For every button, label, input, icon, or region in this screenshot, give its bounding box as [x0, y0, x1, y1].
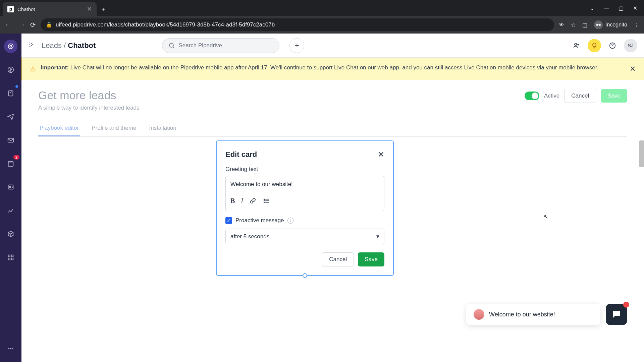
sidebar-more-icon[interactable] [4, 342, 17, 355]
svg-point-18 [264, 199, 265, 200]
chat-avatar-icon [474, 309, 484, 320]
bold-icon[interactable]: B [230, 197, 235, 206]
incognito-label: Incognito [605, 22, 627, 28]
nav-arrows: ← → [5, 20, 25, 29]
greeting-label: Greeting text [225, 166, 384, 173]
alert-text: Important: Live Chat will no longer be a… [41, 63, 598, 72]
svg-rect-8 [8, 255, 10, 257]
back-icon[interactable]: ← [5, 20, 12, 29]
card-connector-handle[interactable] [303, 273, 307, 278]
incognito-indicator[interactable]: 🕶 Incognito [594, 20, 627, 29]
extensions-icon[interactable]: ◫ [582, 22, 587, 28]
page-header: Get more leads A simple way to identify … [38, 89, 627, 111]
url-text: uifeed.pipedrive.com/leads/chatbot/playb… [56, 21, 275, 28]
scrollbar-thumb[interactable] [639, 140, 644, 167]
toggle-label: Active [544, 93, 559, 99]
sidebar-item-contacts[interactable] [4, 180, 17, 194]
active-toggle[interactable] [525, 92, 539, 100]
svg-point-7 [9, 186, 11, 187]
search-input[interactable]: Search Pipedrive [162, 38, 279, 53]
card-header: Edit card ✕ [225, 150, 384, 159]
proactive-checkbox[interactable]: ✓ [225, 217, 232, 224]
user-avatar[interactable]: SJ [624, 39, 637, 52]
address-bar[interactable]: 🔒 uifeed.pipedrive.com/leads/chatbot/pla… [41, 18, 554, 31]
star-icon[interactable]: ☆ [571, 22, 576, 28]
chat-launcher-button[interactable] [606, 304, 627, 325]
delay-value: after 5 seconds [230, 233, 269, 240]
close-tab-icon[interactable]: ✕ [87, 5, 92, 13]
editor-toolbar: B I [230, 197, 379, 206]
greeting-input[interactable]: Welcome to our website! [230, 181, 379, 191]
svg-rect-5 [8, 162, 13, 167]
svg-point-15 [170, 43, 174, 47]
svg-rect-11 [11, 258, 13, 260]
alert-body: Live Chat will no longer be available on… [69, 64, 598, 71]
card-title: Edit card [225, 150, 257, 159]
maximize-icon[interactable]: ▢ [619, 5, 624, 11]
help-icon[interactable] [606, 39, 619, 52]
eye-off-icon[interactable]: 👁 [559, 22, 564, 28]
edit-card-panel: Edit card ✕ Greeting text Welcome to our… [216, 140, 394, 276]
close-alert-icon[interactable]: ✕ [630, 63, 636, 74]
svg-point-14 [12, 348, 13, 349]
sidebar-item-leads[interactable] [4, 40, 17, 53]
tab-profile-theme[interactable]: Profile and theme [90, 121, 138, 136]
svg-rect-10 [8, 258, 10, 260]
forward-icon[interactable]: → [18, 20, 25, 29]
browser-tab[interactable]: p Chatbot ✕ [3, 2, 97, 16]
close-card-icon[interactable]: ✕ [378, 150, 384, 159]
cursor-icon: ↖ [544, 214, 548, 220]
tab-playbook-editor[interactable]: Playbook editor [38, 121, 80, 136]
sidebar-item-campaigns[interactable] [4, 110, 17, 123]
svg-point-19 [264, 200, 265, 201]
tabs-dropdown-icon[interactable]: ⌄ [590, 5, 594, 11]
main-area: Leads / Chatbot Search Pipedrive + SJ [21, 34, 644, 362]
chat-message-text: Welcome to our website! [489, 311, 555, 318]
sidebar-item-mail[interactable] [4, 133, 17, 147]
sidebar-item-marketplace[interactable] [4, 251, 17, 264]
quick-add-button[interactable]: + [289, 38, 304, 53]
save-button[interactable]: Save [601, 89, 627, 103]
page-content: Get more leads A simple way to identify … [21, 80, 644, 362]
breadcrumb-sep: / [62, 41, 68, 50]
tab-installation[interactable]: Installation [148, 121, 177, 136]
close-window-icon[interactable]: ✕ [633, 5, 637, 11]
content-tabs: Playbook editor Profile and theme Instal… [38, 121, 627, 137]
proactive-label: Proactive message [235, 217, 284, 224]
reload-icon[interactable]: ⟳ [30, 21, 36, 29]
warning-banner: ⚠ Important: Live Chat will no longer be… [21, 58, 644, 80]
sidebar-item-products[interactable] [4, 227, 17, 241]
proactive-row: ✓ Proactive message i [225, 217, 384, 224]
lock-icon: 🔒 [46, 22, 52, 28]
kebab-menu-icon[interactable]: ⋮ [634, 22, 639, 28]
sidebar-item-activities[interactable]: 2 [4, 157, 17, 170]
chat-preview: Welcome to our website! [466, 304, 627, 325]
delay-select[interactable]: after 5 seconds ▾ [225, 229, 384, 244]
breadcrumb-parent[interactable]: Leads [42, 41, 62, 50]
sidebar-item-insights[interactable] [4, 204, 17, 217]
sidebar-item-deals[interactable] [4, 63, 17, 76]
svg-point-0 [8, 44, 13, 49]
italic-icon[interactable]: I [241, 197, 243, 206]
page-title: Get more leads [38, 89, 139, 102]
app-root: 2 Leads / Chatbot Sear [0, 34, 644, 362]
chevron-down-icon: ▾ [376, 233, 379, 240]
link-icon[interactable] [249, 197, 257, 206]
app-topbar: Leads / Chatbot Search Pipedrive + SJ [21, 34, 644, 58]
browser-toolbar: ← → ⟳ 🔒 uifeed.pipedrive.com/leads/chatb… [0, 16, 644, 34]
list-icon[interactable] [263, 197, 270, 206]
sidebar-item-projects[interactable] [4, 86, 17, 100]
card-save-button[interactable]: Save [358, 252, 384, 266]
invite-users-icon[interactable] [570, 39, 583, 52]
tips-bulb-icon[interactable] [588, 39, 601, 52]
new-tab-button[interactable]: + [97, 3, 110, 16]
card-cancel-button[interactable]: Cancel [322, 252, 354, 266]
minimize-icon[interactable]: — [604, 5, 609, 11]
info-icon[interactable]: i [287, 218, 293, 224]
greeting-editor: Welcome to our website! B I [225, 176, 384, 211]
cancel-button[interactable]: Cancel [564, 89, 596, 103]
chat-bubble[interactable]: Welcome to our website! [466, 304, 600, 325]
window-controls: ⌄ — ▢ ✕ [590, 5, 644, 11]
sidebar-toggle-icon[interactable] [28, 41, 36, 50]
unread-dot-icon [623, 302, 629, 308]
